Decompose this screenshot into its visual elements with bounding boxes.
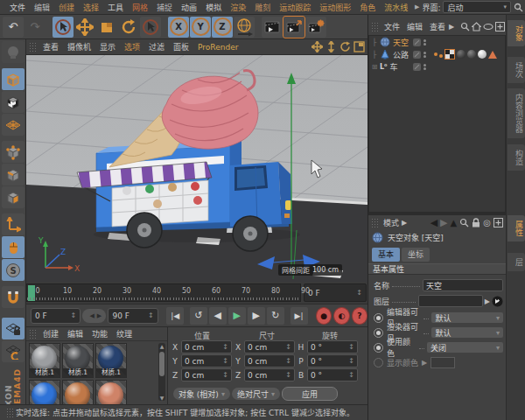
material-tag-icon[interactable] [457, 50, 466, 59]
material-thumbnail[interactable]: 材质.1 [95, 343, 127, 378]
next-frame-button[interactable]: ▶ [248, 307, 265, 325]
last-used-tool[interactable] [140, 17, 161, 38]
lock-workplane-button[interactable] [2, 318, 24, 340]
timeline-ruler[interactable]: 0 10 20 30 40 50 60 70 80 90 [26, 284, 301, 302]
radio-icon[interactable] [374, 313, 383, 323]
vp-menu-panel[interactable]: 面板 [169, 41, 193, 52]
stepper-icon[interactable]: ↕ [356, 289, 362, 297]
visibility-toggles[interactable] [413, 38, 426, 46]
tag-icon[interactable] [488, 51, 497, 59]
rotation-b-field[interactable]: 0 °↕ [307, 368, 358, 382]
menu-create[interactable]: 创建 [54, 2, 79, 13]
material-thumbnail[interactable] [62, 380, 94, 404]
tag-chips[interactable] [434, 49, 497, 60]
new-panel-icon[interactable] [494, 218, 503, 228]
stepper-icon[interactable]: ↕ [71, 312, 77, 319]
radio-icon[interactable] [374, 343, 383, 353]
lock-x-axis-button[interactable]: X [168, 17, 189, 38]
om-menu-view[interactable]: 查看 [426, 21, 449, 32]
vp-menu-cameras[interactable]: 摄像机 [63, 41, 95, 52]
record-keyframe-button[interactable]: ● [316, 307, 332, 325]
material-thumbnail[interactable] [95, 380, 127, 404]
size-x-field[interactable]: 0 cm↕ [244, 340, 295, 354]
viewport-canvas[interactable]: Y Z X 网格间距100 cm [26, 55, 368, 282]
coordinate-system-button[interactable] [234, 17, 255, 38]
coordinate-mode-dropdown[interactable]: 对象 (相对)▾ [173, 388, 230, 400]
tab-coordinates[interactable]: 坐标 [402, 248, 430, 262]
mat-menu-edit[interactable]: 编辑 [63, 328, 88, 340]
layer-browse-icon[interactable]: ▶ [485, 298, 490, 305]
menu-character[interactable]: 角色 [355, 2, 380, 13]
live-selection-tool[interactable] [52, 17, 74, 38]
polygons-mode-button[interactable] [2, 186, 24, 208]
tab-basic[interactable]: 基本 [372, 248, 400, 262]
search-icon[interactable] [460, 22, 470, 32]
tab-attributes[interactable]: 属性 [508, 215, 525, 242]
vp-menu-prorender[interactable]: ProRender [193, 43, 242, 52]
panel-handle-icon[interactable] [29, 42, 36, 52]
menu-tools[interactable]: 工具 [103, 2, 128, 13]
apply-button[interactable]: 应用 [282, 387, 338, 401]
undo-button[interactable]: ↶ [3, 17, 24, 38]
menu-edit[interactable]: 编辑 [30, 2, 54, 13]
menu-render[interactable]: 渲染 [226, 2, 250, 13]
history-forward-icon[interactable]: ▶ [440, 217, 447, 228]
size-z-field[interactable]: 0 cm↕ [244, 368, 295, 382]
render-view-button[interactable] [262, 17, 283, 38]
auto-switch-mode-button[interactable]: S [2, 259, 24, 281]
goto-start-button[interactable]: |◀ [166, 307, 184, 325]
material-thumbnail[interactable]: 材质.1 [29, 343, 60, 378]
end-frame-field[interactable]: 90 F ↕ [108, 308, 158, 324]
focus-icon[interactable]: ◎ [483, 218, 491, 228]
tab-content-browser[interactable]: 内容浏览器 [508, 88, 525, 138]
size-mode-dropdown[interactable]: 绝对尺寸▾ [232, 388, 280, 400]
position-y-field[interactable]: 0 cm↕ [181, 354, 232, 368]
menu-snap[interactable]: 捕捉 [152, 2, 177, 13]
enable-axis-button[interactable] [2, 214, 24, 235]
redo-button[interactable]: ↷ [24, 17, 46, 38]
lock-z-axis-button[interactable]: Z [212, 17, 233, 38]
menu-simulate[interactable]: 模拟 [201, 2, 226, 13]
menu-mograph[interactable]: 运动图形 [315, 2, 355, 13]
stepper-icon[interactable]: ↕ [148, 312, 154, 319]
menu-pipeline[interactable]: 流水线 [380, 2, 412, 13]
viewport-zoom-icon[interactable] [326, 41, 337, 52]
prev-key-button[interactable]: ↺ [190, 307, 207, 325]
parent-up-icon[interactable]: ▲ [451, 218, 458, 228]
scale-tool[interactable] [96, 17, 117, 38]
frame-range-buttons[interactable]: ◀▶ [82, 309, 106, 323]
model-mode-button[interactable] [2, 68, 24, 90]
enable-snap-button[interactable] [2, 286, 24, 308]
rotate-tool[interactable] [118, 17, 139, 38]
history-back-icon[interactable]: ◀ [430, 217, 438, 228]
lock-icon[interactable] [472, 218, 480, 228]
search-icon[interactable] [459, 218, 469, 228]
path-filter-icon[interactable] [483, 22, 494, 32]
om-menu-file[interactable]: 文件 [381, 21, 403, 32]
align-workplane-button[interactable] [2, 340, 24, 362]
panel-handle-icon[interactable] [29, 329, 36, 339]
menu-sculpt[interactable]: 雕刻 [250, 2, 275, 13]
material-scrollbar[interactable]: ▲▼ [158, 343, 165, 401]
render-to-picture-viewer-button[interactable] [284, 17, 304, 38]
visibility-toggles[interactable] [413, 51, 426, 59]
editor-visibility-dropdown[interactable]: 默认▾ [431, 312, 503, 323]
viewport-toggle-icon[interactable] [354, 41, 365, 52]
render-visibility-dropdown[interactable]: 默认▾ [431, 327, 503, 338]
am-menu-mode[interactable]: 模式 [381, 217, 402, 228]
object-row-sky[interactable]: ├ 天空 [369, 36, 505, 48]
mat-menu-create[interactable]: 创建 [38, 328, 63, 340]
viewport-solo-button[interactable] [2, 236, 24, 258]
vp-menu-display[interactable]: 显示 [95, 41, 120, 52]
menu-mesh[interactable]: 网格 [128, 2, 152, 13]
tab-layers[interactable]: 层 [508, 253, 525, 271]
prev-frame-button[interactable]: ◀ [209, 307, 227, 325]
material-thumbnail[interactable]: 材质.1 [62, 343, 94, 378]
menu-select[interactable]: 选择 [79, 2, 103, 13]
uvw-tag-icon[interactable] [444, 49, 455, 60]
vp-menu-view[interactable]: 查看 [38, 41, 63, 52]
mat-menu-function[interactable]: 功能 [88, 328, 112, 340]
menu-file[interactable]: 文件 [5, 2, 30, 13]
next-key-button[interactable]: ↻ [267, 307, 284, 325]
goto-end-button[interactable]: ▶| [290, 307, 308, 325]
